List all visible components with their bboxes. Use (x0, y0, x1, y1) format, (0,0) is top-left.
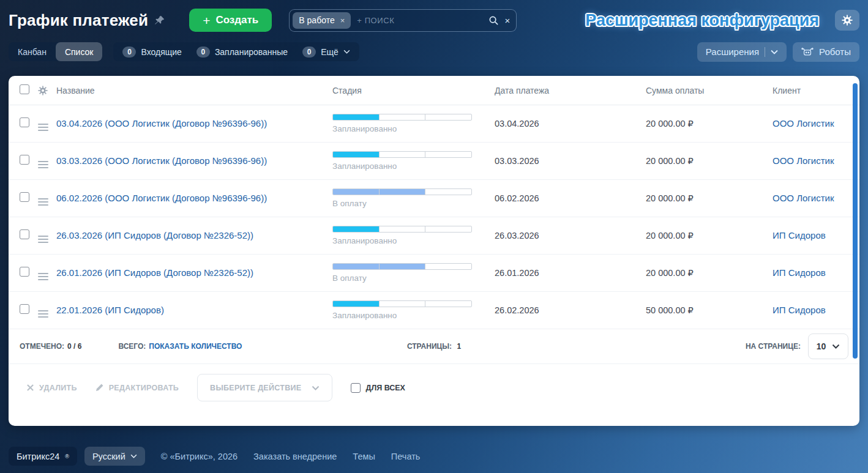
table-row: 26.01.2026 (ИП Сидоров (Договор №2326-52… (9, 255, 859, 292)
search-clear-icon[interactable]: × (505, 16, 511, 25)
row-name-link[interactable]: 03.03.2026 (ООО Логистик (Договор №96396… (56, 155, 267, 166)
client-link[interactable]: ООО Логистик (773, 118, 834, 128)
table-row: 26.03.2026 (ИП Сидоров (Договор №2326-52… (9, 217, 859, 255)
print-link[interactable]: Печать (391, 452, 421, 461)
copyright-text: © «Битрикс», 2026 (161, 452, 238, 461)
row-menu-icon[interactable] (38, 236, 48, 243)
payment-amount: 20 000.00 ₽ (646, 231, 773, 240)
page-header: График платежей + Создать В работе × × Р… (0, 0, 868, 34)
edit-button[interactable]: РЕДАКТИРОВАТЬ (95, 384, 179, 392)
row-name-link[interactable]: 03.04.2026 (ООО Логистик (Договор №96396… (56, 118, 267, 128)
payment-date: 26.01.2026 (495, 268, 646, 278)
stage-label: Запланированно (332, 124, 495, 133)
total-label: ВСЕГО: (118, 342, 146, 351)
counter-more-label: Ещё (321, 47, 339, 57)
stage-label: Запланированно (332, 236, 495, 245)
row-menu-icon[interactable] (38, 124, 48, 131)
search-input[interactable] (357, 16, 488, 25)
show-count-link[interactable]: ПОКАЗАТЬ КОЛИЧЕСТВО (149, 342, 242, 351)
page-footer: Битрикс24® Русский © «Битрикс», 2026 Зак… (0, 447, 868, 466)
chevron-down-icon[interactable] (771, 50, 778, 54)
search-bar[interactable]: В работе × × (289, 9, 517, 32)
select-action-label: ВЫБЕРИТЕ ДЕЙСТВИЕ (210, 384, 301, 392)
vertical-scrollbar[interactable] (853, 83, 858, 359)
filter-chip[interactable]: В работе × (293, 12, 351, 29)
select-all-checkbox[interactable] (20, 84, 29, 94)
language-selector[interactable]: Русский (84, 447, 145, 466)
row-name-link[interactable]: 22.01.2026 (ИП Сидоров) (56, 305, 164, 315)
column-header-name[interactable]: Название (56, 86, 332, 95)
row-checkbox[interactable] (20, 117, 29, 127)
row-menu-icon[interactable] (38, 198, 48, 206)
create-button-label: Создать (215, 14, 258, 26)
counter-more[interactable]: 0 Ещё (302, 47, 350, 58)
chevron-down-icon (343, 50, 350, 54)
client-link[interactable]: ИП Сидоров (773, 305, 826, 315)
per-page-select[interactable]: 10 (808, 333, 848, 359)
counter-incoming[interactable]: 0 Входящие (122, 47, 181, 58)
row-menu-icon[interactable] (38, 273, 48, 280)
extensions-button[interactable]: Расширения (697, 42, 787, 62)
table-row: 06.02.2026 (ООО Логистик (Договор №96396… (9, 180, 859, 217)
themes-link[interactable]: Темы (353, 452, 375, 461)
payments-grid-card: Название Стадия Дата платежа Сумма оплат… (9, 76, 859, 426)
row-checkbox[interactable] (20, 192, 29, 202)
tab-list[interactable]: Список (56, 42, 103, 61)
table-row: 03.03.2026 (ООО Логистик (Договор №96396… (9, 143, 859, 180)
stage-label: Запланированно (332, 311, 495, 320)
column-header-date[interactable]: Дата платежа (495, 86, 646, 95)
language-label: Русский (92, 452, 125, 461)
checked-value: 0 / 6 (67, 342, 81, 351)
column-header-amount[interactable]: Сумма оплаты (646, 86, 773, 95)
stage-progress-bar (332, 114, 472, 121)
row-checkbox[interactable] (20, 155, 29, 165)
delete-button[interactable]: УДАЛИТЬ (27, 384, 77, 392)
client-link[interactable]: ИП Сидоров (773, 230, 826, 240)
search-icon[interactable] (488, 15, 499, 26)
create-button[interactable]: + Создать (189, 9, 272, 32)
counter-planned[interactable]: 0 Запланированные (196, 47, 288, 58)
order-implementation-link[interactable]: Заказать внедрение (253, 452, 337, 461)
robots-button[interactable]: Роботы (793, 42, 859, 62)
table-header-row: Название Стадия Дата платежа Сумма оплат… (9, 76, 859, 105)
bitrix24-brand-button[interactable]: Битрикс24® (9, 447, 77, 466)
row-checkbox[interactable] (20, 267, 29, 277)
row-checkbox[interactable] (20, 304, 29, 314)
payment-date: 03.04.2026 (495, 119, 646, 128)
payment-amount: 20 000.00 ₽ (646, 119, 773, 128)
row-name-link[interactable]: 26.01.2026 (ИП Сидоров (Договор №2326-52… (56, 267, 253, 278)
row-name-link[interactable]: 06.02.2026 (ООО Логистик (Договор №96396… (56, 193, 267, 203)
grid-footer: ОТМЕЧЕНО: 0 / 6 ВСЕГО: ПОКАЗАТЬ КОЛИЧЕСТ… (9, 329, 859, 364)
row-name-link[interactable]: 26.03.2026 (ИП Сидоров (Договор №2326-52… (56, 230, 253, 240)
delete-button-label: УДАЛИТЬ (39, 384, 77, 392)
stage-label: В оплату (332, 199, 495, 208)
for-all-checkbox[interactable] (351, 383, 361, 393)
row-menu-icon[interactable] (38, 161, 48, 168)
row-menu-icon[interactable] (38, 310, 48, 318)
per-page-label: НА СТРАНИЦЕ: (746, 342, 801, 351)
pin-icon[interactable] (154, 15, 165, 26)
row-checkbox[interactable] (20, 229, 29, 239)
edit-button-label: РЕДАКТИРОВАТЬ (109, 384, 179, 392)
client-link[interactable]: ООО Логистик (773, 193, 834, 203)
client-link[interactable]: ИП Сидоров (773, 267, 826, 278)
select-action-dropdown[interactable]: ВЫБЕРИТЕ ДЕЙСТВИЕ (197, 374, 332, 401)
plus-icon: + (203, 14, 210, 27)
column-header-stage[interactable]: Стадия (332, 86, 495, 95)
brand-label: Битрикс24 (17, 452, 59, 461)
column-header-client[interactable]: Клиент (773, 86, 859, 95)
settings-gear-button[interactable] (835, 10, 859, 31)
counter-incoming-label: Входящие (141, 47, 181, 57)
per-page-value: 10 (817, 341, 826, 351)
table-row: 22.01.2026 (ИП Сидоров) Запланированно 2… (9, 292, 859, 329)
payment-date: 26.02.2026 (495, 305, 646, 315)
client-link[interactable]: ООО Логистик (773, 155, 834, 166)
filter-chip-close-icon[interactable]: × (340, 16, 345, 25)
tab-kanban[interactable]: Канбан (9, 42, 56, 61)
table-row: 03.04.2026 (ООО Логистик (Договор №96396… (9, 105, 859, 143)
payment-amount: 20 000.00 ₽ (646, 193, 773, 203)
payment-amount: 50 000.00 ₽ (646, 305, 773, 315)
payment-date: 06.02.2026 (495, 193, 646, 203)
robot-icon (801, 47, 814, 56)
grid-settings-gear-icon[interactable] (38, 86, 56, 95)
